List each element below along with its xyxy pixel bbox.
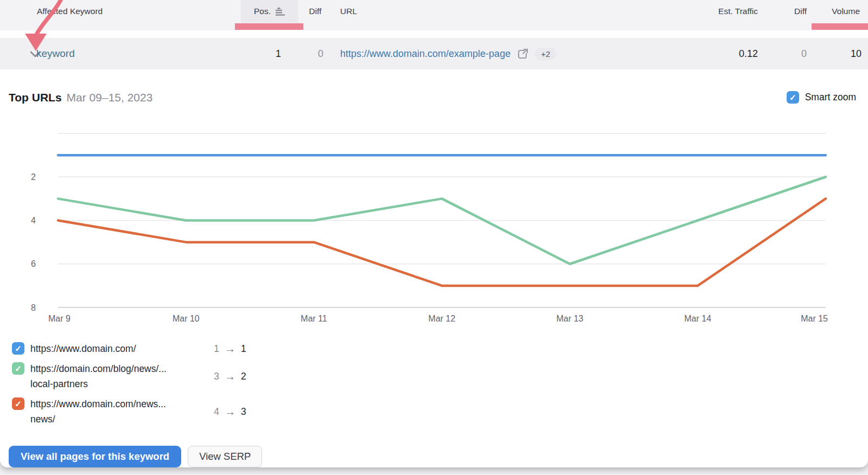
arrow-right-icon: → xyxy=(225,406,235,418)
legend-url: https://domain.com/blog/news/... xyxy=(30,361,209,376)
position-to: 1 xyxy=(241,343,246,355)
legend-url-line2: local-partners xyxy=(30,376,209,391)
legend-url-line2: news/ xyxy=(30,412,209,427)
highlight-bar-pos xyxy=(235,23,303,30)
pos-value: 1 xyxy=(238,38,281,69)
position-from: 3 xyxy=(212,371,219,382)
legend-item: ✓ https://domain.com/blog/news/... local… xyxy=(12,361,294,391)
svg-text:Mar 10: Mar 10 xyxy=(173,314,200,323)
position-change: 3 → 2 xyxy=(212,370,246,383)
position-change: 4 → 3 xyxy=(212,406,246,418)
position-from: 1 xyxy=(212,343,219,355)
url-link[interactable]: https://www.domain.com/example-page xyxy=(340,48,510,60)
svg-text:Mar 12: Mar 12 xyxy=(429,314,456,323)
svg-text:4: 4 xyxy=(31,216,36,225)
panel: Affected Keyword Pos. Diff URL Est. Traf… xyxy=(0,0,868,467)
view-all-pages-button[interactable]: View all pages for this keyword xyxy=(9,446,181,467)
arrow-right-icon: → xyxy=(225,343,235,355)
smart-zoom-label: Smart zoom xyxy=(805,92,856,103)
svg-text:2: 2 xyxy=(31,172,36,182)
keyword-link[interactable]: keyword xyxy=(36,38,75,69)
diff-pos-value: 0 xyxy=(296,38,323,69)
chart-legend: ✓ https://www.domain.com/ 1 → 1 ✓ https:… xyxy=(12,341,294,432)
section-date-range: Mar 09–15, 2023 xyxy=(67,91,153,104)
svg-text:Mar 11: Mar 11 xyxy=(301,314,327,323)
smart-zoom-checkbox[interactable]: ✓ xyxy=(787,91,799,104)
header-diff-pos[interactable]: Diff xyxy=(299,0,331,23)
table-header-row: Affected Keyword Pos. Diff URL Est. Traf… xyxy=(0,0,868,30)
est-traffic-value: 0.12 xyxy=(704,38,758,69)
legend-checkbox-orange[interactable]: ✓ xyxy=(12,397,24,410)
arrow-right-icon: → xyxy=(225,370,235,383)
header-est-traffic[interactable]: Est. Traffic xyxy=(676,0,758,23)
svg-text:Mar 15: Mar 15 xyxy=(801,314,828,323)
header-pos-label: Pos. xyxy=(254,7,271,16)
legend-checkbox-green[interactable]: ✓ xyxy=(12,362,24,375)
legend-checkbox-blue[interactable]: ✓ xyxy=(12,342,24,355)
header-volume[interactable]: Volume xyxy=(806,0,860,23)
legend-item: ✓ https://www.domain.com/ 1 → 1 xyxy=(12,341,294,356)
svg-text:Mar 14: Mar 14 xyxy=(684,314,711,323)
smart-zoom-toggle[interactable]: ✓ Smart zoom xyxy=(787,91,856,104)
header-url[interactable]: URL xyxy=(340,0,357,23)
view-serp-button[interactable]: View SERP xyxy=(188,446,262,467)
more-urls-badge[interactable]: +2 xyxy=(535,48,556,60)
legend-item: ✓ https://www.domain.com/news... news/ 4… xyxy=(12,396,294,427)
diff-volume-value: 0 xyxy=(780,38,807,69)
position-to: 2 xyxy=(241,371,246,382)
position-change: 1 → 1 xyxy=(212,343,246,355)
header-affected-keyword[interactable]: Affected Keyword xyxy=(37,0,103,23)
external-link-icon[interactable] xyxy=(517,48,528,60)
section-title: Top URLs xyxy=(9,91,62,104)
positions-line-chart: 2468Mar 9Mar 10Mar 11Mar 12Mar 13Mar 14M… xyxy=(0,124,868,329)
legend-url: https://www.domain.com/news... xyxy=(30,396,209,412)
svg-text:6: 6 xyxy=(31,259,36,268)
position-from: 4 xyxy=(212,406,219,418)
keyword-row: keyword 1 0 https://www.domain.com/examp… xyxy=(0,38,868,69)
header-pos[interactable]: Pos. xyxy=(241,0,298,23)
highlight-bar-volume xyxy=(812,23,868,30)
header-diff-volume[interactable]: Diff xyxy=(780,0,807,23)
position-to: 3 xyxy=(241,406,246,418)
legend-url: https://www.domain.com/ xyxy=(30,341,209,356)
svg-text:Mar 13: Mar 13 xyxy=(556,314,583,323)
svg-text:Mar 9: Mar 9 xyxy=(48,314,71,323)
volume-value: 10 xyxy=(807,38,861,69)
svg-text:8: 8 xyxy=(31,303,36,312)
sort-ascending-icon xyxy=(275,7,285,16)
